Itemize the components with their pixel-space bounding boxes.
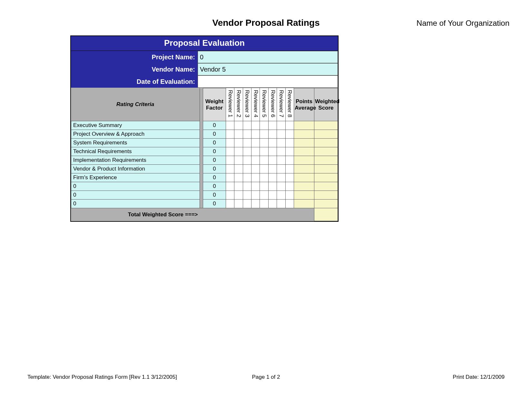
weighted-score-header: Weighted Score: [314, 88, 338, 121]
reviewer-cell[interactable]: [226, 121, 234, 130]
vendor-name-value[interactable]: Vendor 5: [198, 63, 338, 75]
criteria-header: Rating Criteria: [71, 88, 200, 121]
table-row: Vendor & Product Information 0: [71, 165, 338, 173]
criteria-cell[interactable]: Executive Summary: [71, 121, 200, 130]
total-weighted-score-value: [314, 208, 338, 221]
table-row: Firm's Experience 0: [71, 173, 338, 182]
table-row: System Requirements 0: [71, 139, 338, 147]
project-name-row: Project Name: 0: [71, 51, 338, 63]
weighted-score-cell: [314, 121, 338, 130]
reviewer-3-header: Reviewer 3: [243, 88, 251, 121]
evaluation-date-row: Date of Evaluation:: [71, 75, 338, 88]
evaluation-sheet: Proposal Evaluation Project Name: 0 Vend…: [70, 35, 339, 222]
table-row: 0 0: [71, 182, 338, 191]
page: Vendor Proposal Ratings Name of Your Org…: [0, 0, 532, 411]
meta-block: Project Name: 0 Vendor Name: Vendor 5 Da…: [71, 51, 338, 88]
table-row: Technical Requirements 0: [71, 147, 338, 156]
table-row: Implementation Requirements 0: [71, 156, 338, 165]
reviewer-5-header: Reviewer 5: [260, 88, 268, 121]
table-row: 0 0: [71, 191, 338, 200]
vendor-name-row: Vendor Name: Vendor 5: [71, 63, 338, 75]
project-name-label: Project Name:: [71, 51, 198, 63]
footer: Template: Vendor Proposal Ratings Form […: [27, 374, 505, 380]
weight-factor-cell[interactable]: 0: [203, 121, 226, 130]
spacer: [200, 88, 203, 121]
ratings-grid: Rating Criteria Reviewer 1 Reviewer 2 Re…: [71, 88, 338, 221]
table-row: 0 0: [71, 200, 338, 208]
total-weighted-score-label: Total Weighted Score ===>: [71, 211, 201, 218]
reviewer-1-header: Reviewer 1: [226, 88, 234, 121]
weight-factor-header: Weight Factor: [203, 88, 226, 121]
evaluation-date-value[interactable]: [198, 75, 338, 88]
points-average-header: Points Average: [294, 88, 314, 121]
reviewer-8-header: Reviewer 8: [285, 88, 294, 121]
organization-name: Name of Your Organization: [417, 19, 509, 28]
points-average-cell: [294, 121, 314, 130]
evaluation-date-label: Date of Evaluation:: [71, 75, 198, 88]
vendor-name-label: Vendor Name:: [71, 63, 198, 75]
reviewer-6-header: Reviewer 6: [268, 88, 277, 121]
reviewer-2-header: Reviewer 2: [234, 88, 243, 121]
project-name-value[interactable]: 0: [198, 51, 338, 63]
page-number: Page 1 of 2: [27, 374, 505, 380]
reviewer-7-header: Reviewer 7: [277, 88, 285, 121]
total-row: Total Weighted Score ===>: [71, 208, 338, 221]
reviewer-4-header: Reviewer 4: [251, 88, 260, 121]
table-row: Executive Summary 0: [71, 121, 338, 130]
table-row: Project Overview & Approach 0: [71, 130, 338, 139]
evaluation-title: Proposal Evaluation: [71, 36, 338, 51]
